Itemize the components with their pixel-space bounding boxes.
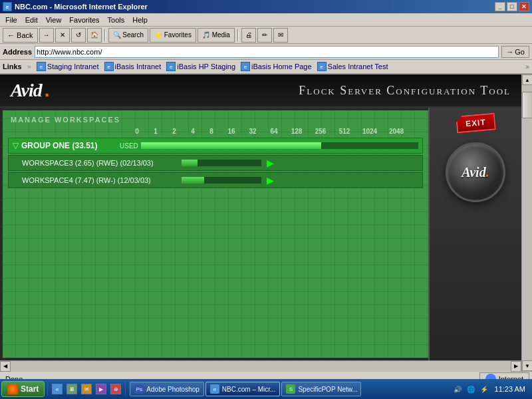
- scroll-thumb[interactable]: [522, 92, 532, 118]
- exit-button[interactable]: EXIT: [456, 112, 496, 133]
- address-input[interactable]: [35, 46, 499, 58]
- start-label: Start: [21, 384, 39, 394]
- scroll-track-horizontal[interactable]: [11, 361, 511, 372]
- scale-4: 4: [184, 128, 202, 135]
- system-clock: 11:23 AM: [492, 385, 528, 393]
- scroll-left-button[interactable]: ◀: [0, 361, 11, 372]
- link-ibasis-hp-staging[interactable]: e iBasis HP Staging: [166, 62, 235, 71]
- quicklaunch-icon-1[interactable]: e: [51, 382, 64, 396]
- avid-main: MANAGE WORKSPACES 0 1 2 4 8 16 32: [0, 108, 521, 360]
- outlook-quick-icon: ✉: [81, 384, 92, 394]
- avid-circle-logo: Avid.: [446, 142, 505, 202]
- scroll-track-vertical[interactable]: [522, 85, 532, 360]
- menu-view[interactable]: View: [42, 15, 66, 25]
- avid-header: Avid . Flock Server Configuration Tool: [0, 74, 521, 108]
- scale-8: 8: [202, 128, 221, 135]
- edit-button[interactable]: ✏: [257, 28, 272, 43]
- favorites-button[interactable]: ⭐ Favorites: [150, 28, 196, 43]
- quicklaunch-icon-3[interactable]: ✉: [80, 382, 93, 396]
- media-button[interactable]: 🎵 Media: [198, 28, 235, 43]
- menu-edit[interactable]: Edit: [21, 15, 42, 25]
- link-ibasis-intranet[interactable]: e iBasis Intranet: [104, 62, 162, 71]
- browser-window: e NBC.com - Microsoft Internet Explorer …: [0, 0, 532, 399]
- group-row[interactable]: ▽ GROUP ONE (33.51) USED: [8, 138, 423, 154]
- link-icon-1: e: [37, 62, 46, 71]
- menu-favorites[interactable]: Favorites: [65, 15, 103, 25]
- tray-icon-2[interactable]: 🌐: [466, 384, 476, 394]
- workspace-play-btn-2[interactable]: ▶: [267, 175, 274, 186]
- avid-logo-text: Avid: [11, 80, 42, 101]
- scale-256: 256: [309, 128, 332, 135]
- scroll-up-button[interactable]: ▲: [522, 74, 532, 85]
- photoshop-task-icon: Ps: [134, 384, 144, 394]
- scale-1: 1: [146, 128, 165, 135]
- link-ibasis-home[interactable]: e iBasis Home Page: [241, 62, 312, 71]
- quicklaunch-icon-4[interactable]: ▶: [94, 382, 108, 396]
- forward-button[interactable]: →: [39, 28, 54, 43]
- workspace-name-1: WORKSPACE3 (2.65) (RWE) (02/13/03): [22, 159, 182, 167]
- avid-application: Avid . Flock Server Configuration Tool M…: [0, 74, 521, 360]
- workspace-bar-1: [182, 160, 261, 166]
- taskbar: Start e 🖥 ✉ ▶ ⊕ Ps Adobe Photoshop: [0, 379, 532, 399]
- taskbar-task-specificpop[interactable]: S SpecificPOP Netw...: [281, 382, 361, 396]
- scale-numbers: 0 1 2 4 8 16 32 64 128 256 512: [128, 128, 410, 135]
- bottom-scrollbar: ◀ ▶: [0, 360, 521, 371]
- toolbar-separator-2: [237, 29, 239, 41]
- links-more[interactable]: »: [525, 63, 529, 70]
- scale-128: 128: [285, 128, 309, 135]
- menu-tools[interactable]: Tools: [104, 15, 129, 25]
- link-icon-4: e: [241, 62, 250, 71]
- print-button[interactable]: 🖨: [241, 28, 256, 43]
- toolbar-separator: [104, 29, 106, 41]
- start-button[interactable]: Start: [1, 381, 45, 397]
- go-label: Go: [515, 48, 525, 56]
- window-controls: _ □ ✕: [495, 2, 529, 11]
- right-panel: EXIT Avid.: [428, 108, 521, 360]
- scroll-down-button[interactable]: ▼: [522, 360, 532, 371]
- taskbar-separator-2: [125, 382, 126, 396]
- workspace-play-btn-1[interactable]: ▶: [267, 158, 274, 168]
- link-sales-intranet[interactable]: e Sales Intranet Test: [317, 62, 388, 71]
- close-button[interactable]: ✕: [519, 2, 529, 11]
- link-icon-5: e: [317, 62, 327, 71]
- quicklaunch-icon-2[interactable]: 🖥: [65, 382, 78, 396]
- quicklaunch-icon-5[interactable]: ⊕: [109, 382, 122, 396]
- links-bar: Links » e Staging Intranet e iBasis Intr…: [0, 60, 532, 74]
- stop-button[interactable]: ✕: [55, 28, 70, 43]
- mail-button[interactable]: ✉: [273, 28, 288, 43]
- tray-icon-1[interactable]: 🔊: [452, 384, 463, 394]
- workspace-row-2[interactable]: WORKSPACE4 (7.47) (RW-) (12/03/03) ▶: [8, 172, 423, 188]
- avid-logo: Avid .: [11, 80, 50, 101]
- group-usage-bar: [141, 142, 418, 149]
- restore-button[interactable]: □: [507, 2, 517, 11]
- go-button[interactable]: → Go: [501, 46, 529, 58]
- workspace-bar-fill-2: [182, 177, 204, 184]
- scroll-right-button[interactable]: ▶: [511, 361, 521, 372]
- media-quick-icon: ▶: [96, 384, 106, 394]
- scale-header: 0 1 2 4 8 16 32 64 128 256 512: [8, 128, 423, 135]
- group-used-label: USED: [120, 142, 138, 150]
- menu-help[interactable]: Help: [128, 15, 152, 25]
- scale-32: 32: [242, 128, 263, 135]
- taskbar-task-photoshop[interactable]: Ps Adobe Photoshop: [130, 382, 204, 396]
- link-staging-intranet[interactable]: e Staging Intranet: [37, 62, 99, 71]
- link-icon-2: e: [104, 62, 114, 71]
- quick-launch: e 🖥 ✉ ▶ ⊕: [51, 382, 122, 396]
- workspace-row-1[interactable]: WORKSPACE3 (2.65) (RWE) (02/13/03) ▶: [8, 155, 423, 171]
- scale-2: 2: [165, 128, 184, 135]
- links-separator: »: [27, 63, 31, 70]
- home-button[interactable]: 🏠: [87, 28, 102, 43]
- taskbar-task-nbc[interactable]: e NBC.com – Micr...: [205, 382, 281, 396]
- menu-file[interactable]: File: [1, 15, 21, 25]
- tray-icon-3[interactable]: ⚡: [479, 384, 489, 394]
- scale-1024: 1024: [356, 128, 383, 135]
- avid-circle-text: Avid.: [462, 165, 489, 180]
- address-bar: Address → Go: [0, 44, 532, 60]
- minimize-button[interactable]: _: [495, 2, 505, 11]
- search-button[interactable]: 🔍 Search: [108, 28, 148, 43]
- refresh-button[interactable]: ↺: [71, 28, 86, 43]
- workspace-bar-fill-1: [182, 160, 198, 166]
- avid-circle-dot: .: [486, 165, 489, 180]
- go-arrow-icon: →: [506, 48, 513, 56]
- back-button[interactable]: ← Back: [3, 28, 38, 43]
